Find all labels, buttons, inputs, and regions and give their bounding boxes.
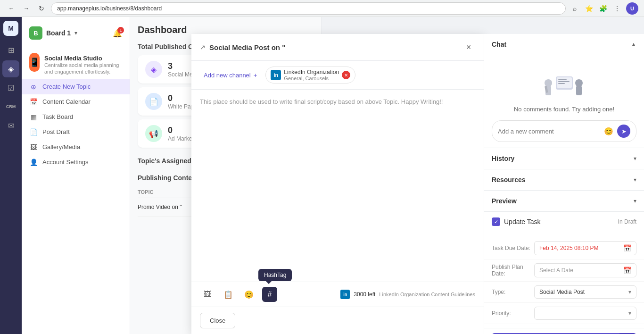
board-icon: B: [29, 26, 42, 40]
refresh-button[interactable]: ↻: [36, 3, 47, 14]
extensions-icon[interactable]: 🧩: [598, 3, 608, 14]
profile-avatar[interactable]: U: [626, 2, 638, 15]
history-section: History ▾: [484, 148, 644, 169]
post-placeholder-text: This place should be used to write final…: [200, 97, 475, 107]
board-name[interactable]: Board 1: [46, 29, 71, 37]
action-bar: Move to Topics in Discussion ▾: [484, 328, 644, 334]
svg-rect-9: [558, 83, 565, 84]
no-comments-text: No comments found. Try adding one!: [514, 106, 614, 113]
priority-label: Priority:: [492, 310, 534, 317]
task-board-icon: ▦: [29, 113, 38, 121]
preview-header[interactable]: Preview ▾: [484, 191, 644, 211]
image-upload-button[interactable]: 🖼: [200, 287, 215, 302]
notification-badge: 1: [117, 27, 124, 33]
sidebar-icon-home[interactable]: ⊞: [2, 42, 19, 58]
sidebar-icon-crm[interactable]: CRM: [2, 98, 19, 115]
type-row: Type: Social Media Post ▾: [484, 282, 644, 303]
browser-bar: ← → ↻ app.manageplus.io/business/8/dashb…: [0, 0, 644, 17]
priority-select[interactable]: ▾: [534, 307, 636, 320]
sidebar-icon-mail[interactable]: ✉: [2, 117, 19, 134]
publish-date-row: Publish Plan Date: Select A Date 📅: [484, 259, 644, 282]
publish-date-label: Publish Plan Date:: [492, 264, 534, 277]
svg-point-4: [575, 79, 583, 87]
settings-icon[interactable]: ⋮: [612, 3, 622, 14]
post-toolbar: 🖼 📋 😊 # HashTag in 3000 left LinkedIn Or…: [191, 282, 484, 307]
nav-item-post-draft[interactable]: 📄 Post Draft: [22, 125, 130, 140]
priority-row: Priority: ▾: [484, 303, 644, 324]
back-button[interactable]: ←: [6, 3, 17, 14]
due-date-label: Task Due Date:: [492, 245, 534, 251]
task-row: ✓ Update Task In Draft: [492, 217, 636, 226]
brand-name: Social Media Studio: [44, 55, 122, 62]
bookmark-icon[interactable]: ⭐: [584, 3, 594, 14]
post-content-area[interactable]: This place should be used to write final…: [191, 90, 484, 282]
stat-icon-whitepaper: 📄: [145, 93, 162, 110]
add-channel-button[interactable]: Add new channel +: [200, 70, 261, 81]
task-name: Update Task: [504, 218, 541, 225]
brand-section: 📱 Social Media Studio Centralize social …: [22, 47, 130, 77]
comment-input[interactable]: [498, 128, 600, 135]
due-date-value[interactable]: Feb 14, 2025 08:10 PM 📅: [534, 241, 636, 255]
comment-send-button[interactable]: ➤: [617, 125, 630, 138]
hashtag-button[interactable]: # HashTag: [262, 287, 277, 302]
calendar-icon-due: 📅: [623, 244, 631, 252]
type-select[interactable]: Social Media Post ▾: [534, 285, 636, 299]
task-label-row: ✓ Update Task: [492, 217, 541, 226]
nav-item-create-new-topic[interactable]: ⊕ Create New Topic: [22, 79, 130, 94]
sidebar-icon-social[interactable]: ◈: [2, 60, 19, 77]
emoji-button[interactable]: 😊: [241, 287, 256, 302]
preview-title: Preview: [492, 197, 517, 205]
brand-icon: M: [3, 21, 18, 36]
brand-logo: 📱: [29, 53, 40, 72]
search-icon[interactable]: ⌕: [570, 3, 580, 14]
history-chevron-icon: ▾: [634, 155, 636, 162]
channel-bar: Add new channel + in LinkedIn Organizati…: [191, 61, 484, 90]
calendar-icon: 📅: [29, 98, 38, 106]
resources-header[interactable]: Resources ▾: [484, 169, 644, 190]
chat-section-header[interactable]: Chat ▲: [484, 34, 644, 55]
nav-item-task-board[interactable]: ▦ Task Board: [22, 109, 130, 125]
notifications-bell[interactable]: 🔔 1: [113, 29, 122, 38]
char-count-text: 3000 left: [354, 291, 375, 298]
board-header: B Board 1 ▾ 🔔 1: [22, 23, 130, 47]
chat-illustration: [536, 62, 593, 100]
nav-item-gallery-media[interactable]: 🖼 Gallery/Media: [22, 140, 130, 155]
modal-close-button[interactable]: ×: [462, 41, 475, 54]
right-panel: Chat ▲: [484, 34, 644, 334]
svg-rect-8: [558, 81, 570, 82]
history-header[interactable]: History ▾: [484, 148, 644, 169]
expand-icon[interactable]: ↗: [200, 43, 206, 51]
chat-body: No comments found. Try adding one!: [484, 55, 644, 120]
forward-button[interactable]: →: [21, 3, 32, 14]
address-bar[interactable]: app.manageplus.io/business/8/dashboard: [51, 2, 566, 15]
type-select-chevron: ▾: [628, 289, 631, 295]
sidebar-icon-tasks[interactable]: ☑: [2, 79, 19, 96]
due-date-row: Task Due Date: Feb 14, 2025 08:10 PM 📅: [484, 237, 644, 259]
task-section: ✓ Update Task In Draft: [484, 212, 644, 237]
publish-date-field[interactable]: Select A Date 📅: [534, 263, 636, 277]
svg-rect-6: [557, 77, 572, 88]
nav-menu: ⊕ Create New Topic 📅 Content Calendar ▦ …: [22, 77, 130, 172]
account-icon: 👤: [29, 159, 38, 166]
char-count: in 3000 left LinkedIn Organization Conte…: [340, 290, 475, 299]
modal-title-row: ↗ Social Media Post on ": [200, 43, 285, 51]
content-guidelines-link[interactable]: LinkedIn Organization Content Guidelines: [379, 292, 475, 297]
svg-point-1: [545, 79, 552, 87]
document-button[interactable]: 📋: [221, 287, 236, 302]
chat-chevron-icon: ▲: [631, 41, 636, 48]
task-status: In Draft: [618, 218, 636, 225]
post-modal: ↗ Social Media Post on " × Add new chann…: [191, 34, 484, 334]
modal-title: Social Media Post on ": [209, 43, 285, 51]
modal-header: ↗ Social Media Post on " ×: [191, 34, 484, 61]
svg-rect-7: [558, 79, 567, 80]
nav-item-account-settings[interactable]: 👤 Account Settings: [22, 155, 130, 170]
channel-remove-button[interactable]: ✕: [342, 71, 350, 79]
pub-topic: Promo Video on ": [138, 202, 182, 212]
channel-tag-linkedin: in LinkedIn Organization General, Carous…: [265, 67, 355, 84]
close-button[interactable]: Close: [200, 313, 235, 328]
resources-title: Resources: [492, 176, 526, 184]
task-checkbox[interactable]: ✓: [492, 217, 500, 226]
nav-item-content-calendar[interactable]: 📅 Content Calendar: [22, 94, 130, 109]
board-name-row: B Board 1 ▾: [29, 26, 77, 40]
comment-emoji-button[interactable]: 😊: [604, 127, 613, 136]
